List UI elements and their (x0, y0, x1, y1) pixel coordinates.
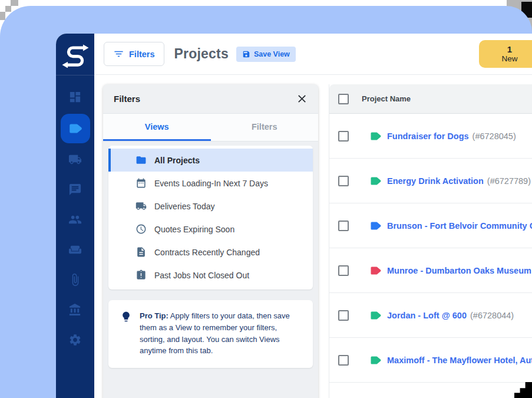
sidebar-item-people[interactable] (56, 205, 94, 235)
folder-icon (136, 154, 147, 166)
app-window: Filters Projects Save View 1 New Filters (56, 34, 532, 398)
views-list: All ProjectsEvents Loading-In Next 7 Day… (108, 146, 313, 290)
lightbulb-icon (120, 311, 132, 323)
sidebar-item-paperclip[interactable] (56, 265, 94, 295)
table-row[interactable]: Munroe - Dumbarton Oaks Museum(#67 (329, 248, 532, 293)
project-id: (#6728045) (472, 131, 516, 141)
screenshot-stage: Filters Projects Save View 1 New Filters (0, 0, 532, 398)
filters-button[interactable]: Filters (104, 42, 164, 66)
bank-icon (68, 303, 82, 317)
sidebar-item-tag[interactable] (56, 112, 94, 144)
view-item-events-loading-in-next-7-days[interactable]: Events Loading-In Next 7 Days (108, 172, 313, 195)
document-icon (136, 246, 147, 258)
sidebar-item-truck[interactable] (56, 144, 94, 175)
save-view-label: Save View (254, 50, 290, 58)
clipboard-alert-icon (136, 269, 147, 281)
view-item-label: Quotes Expiring Soon (154, 225, 234, 234)
view-item-label: Events Loading-In Next 7 Days (154, 179, 268, 188)
content-area: Filters ViewsFilters All ProjectsEvents … (94, 75, 532, 398)
view-item-label: All Projects (154, 156, 200, 165)
close-button[interactable] (296, 93, 308, 104)
table-body: Fundraiser for Dogs(#6728045)Energy Drin… (329, 114, 532, 383)
table-row[interactable]: Jordan - Loft @ 600(#6728044) (329, 293, 532, 338)
column-header-project-name: Project Name (362, 94, 411, 103)
corner-artifact (5, 6, 11, 12)
sidebar-item-couch[interactable] (56, 235, 94, 265)
project-tag-icon (370, 176, 382, 186)
project-name-link[interactable]: Energy Drink Activation (387, 176, 484, 186)
dashboard-icon (68, 90, 82, 104)
row-checkbox[interactable] (338, 221, 349, 231)
tab-views[interactable]: Views (103, 114, 211, 141)
view-item-past-jobs-not-closed-out[interactable]: Past Jobs Not Closed Out (108, 264, 313, 287)
active-item-background (61, 114, 90, 143)
table-row[interactable]: Fundraiser for Dogs(#6728045) (329, 114, 532, 159)
save-icon (242, 50, 250, 58)
filter-icon (113, 48, 124, 60)
save-view-button[interactable]: Save View (236, 47, 296, 62)
gear-icon (68, 333, 82, 347)
project-id: (#6727789) (487, 176, 531, 186)
badge-count: 1 (507, 44, 512, 54)
select-all-checkbox[interactable] (338, 94, 349, 104)
project-tag-icon (370, 221, 382, 231)
filter-panel-title: Filters (114, 94, 140, 104)
view-item-quotes-expiring-soon[interactable]: Quotes Expiring Soon (108, 218, 313, 241)
pro-tip-lead: Pro Tip: (140, 311, 168, 320)
truck-icon (68, 153, 82, 166)
sidebar-nav (56, 75, 94, 355)
table-row[interactable]: Brunson - Fort Belvoir Community Cent (329, 203, 532, 248)
project-name-link[interactable]: Fundraiser for Dogs (387, 131, 469, 141)
view-item-contracts-recently-changed[interactable]: Contracts Recently Changed (108, 241, 313, 264)
filter-panel-header: Filters (103, 84, 318, 114)
sidebar-item-gear[interactable] (56, 325, 94, 355)
page-title: Projects (174, 46, 229, 62)
row-checkbox[interactable] (338, 355, 349, 366)
view-item-label: Contracts Recently Changed (154, 248, 260, 257)
truck-icon (136, 200, 147, 212)
table-header: Project Name (329, 84, 532, 114)
filter-panel-tabs: ViewsFilters (103, 114, 318, 142)
project-id: (#6728044) (470, 311, 514, 320)
filters-button-label: Filters (129, 50, 155, 59)
project-tag-icon (370, 311, 382, 320)
couch-icon (68, 243, 82, 256)
app-logo[interactable] (56, 34, 94, 75)
row-checkbox[interactable] (338, 310, 349, 321)
project-name-link[interactable]: Jordan - Loft @ 600 (387, 311, 467, 320)
table-row[interactable]: Maximoff - The Mayflower Hotel, Autog (329, 338, 532, 383)
project-tag-icon (370, 266, 382, 275)
pro-tip-text: Pro Tip: Apply filters to your data, the… (140, 310, 302, 357)
close-icon (296, 93, 308, 104)
s-arrows-logo-icon (62, 41, 89, 68)
row-checkbox[interactable] (338, 265, 349, 276)
clock-icon (136, 223, 147, 235)
pro-tip-card: Pro Tip: Apply filters to your data, the… (108, 300, 313, 368)
new-notifications-badge[interactable]: 1 New (479, 40, 532, 68)
project-name-link[interactable]: Brunson - Fort Belvoir Community Cent (387, 221, 532, 231)
table-row[interactable]: Energy Drink Activation(#6727789) (329, 159, 532, 203)
sidebar (56, 34, 94, 398)
view-item-label: Deliveries Today (154, 202, 214, 211)
sidebar-item-chat[interactable] (56, 175, 94, 205)
view-item-deliveries-today[interactable]: Deliveries Today (108, 195, 313, 218)
project-tag-icon (370, 131, 382, 141)
tab-filters[interactable]: Filters (211, 114, 319, 141)
row-checkbox[interactable] (338, 131, 349, 142)
view-item-all-projects[interactable]: All Projects (108, 149, 313, 172)
sidebar-item-dashboard[interactable] (56, 82, 94, 112)
badge-label: New (501, 54, 517, 64)
people-icon (68, 213, 82, 226)
chat-icon (68, 183, 82, 196)
filter-panel: Filters ViewsFilters All ProjectsEvents … (103, 84, 318, 398)
project-tag-icon (370, 356, 382, 365)
row-checkbox[interactable] (338, 176, 349, 186)
project-name-link[interactable]: Munroe - Dumbarton Oaks Museum (387, 266, 531, 275)
sidebar-item-bank[interactable] (56, 295, 94, 325)
view-item-label: Past Jobs Not Closed Out (154, 271, 249, 280)
paperclip-icon (68, 273, 82, 287)
main-area: Filters Projects Save View 1 New Filters (94, 34, 532, 398)
corner-artifact (0, 12, 5, 20)
project-name-link[interactable]: Maximoff - The Mayflower Hotel, Autog (387, 356, 532, 365)
calendar-icon (136, 177, 147, 189)
